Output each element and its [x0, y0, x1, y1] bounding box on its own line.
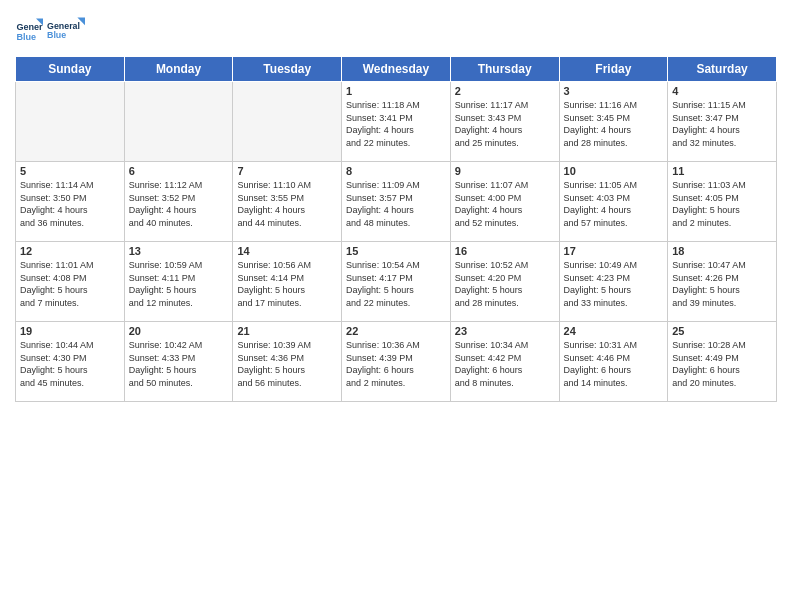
day-number: 1 [346, 85, 446, 97]
calendar-cell: 18Sunrise: 10:47 AM Sunset: 4:26 PM Dayl… [668, 242, 777, 322]
week-row-2: 5Sunrise: 11:14 AM Sunset: 3:50 PM Dayli… [16, 162, 777, 242]
week-row-4: 19Sunrise: 10:44 AM Sunset: 4:30 PM Dayl… [16, 322, 777, 402]
day-number: 3 [564, 85, 664, 97]
day-info: Sunrise: 10:59 AM Sunset: 4:11 PM Daylig… [129, 259, 229, 309]
calendar-cell: 16Sunrise: 10:52 AM Sunset: 4:20 PM Dayl… [450, 242, 559, 322]
day-number: 24 [564, 325, 664, 337]
day-number: 7 [237, 165, 337, 177]
day-number: 6 [129, 165, 229, 177]
calendar-cell: 21Sunrise: 10:39 AM Sunset: 4:36 PM Dayl… [233, 322, 342, 402]
day-number: 17 [564, 245, 664, 257]
day-number: 19 [20, 325, 120, 337]
day-number: 25 [672, 325, 772, 337]
day-info: Sunrise: 11:15 AM Sunset: 3:47 PM Daylig… [672, 99, 772, 149]
day-number: 15 [346, 245, 446, 257]
calendar-cell: 13Sunrise: 10:59 AM Sunset: 4:11 PM Dayl… [124, 242, 233, 322]
calendar-cell [124, 82, 233, 162]
calendar-cell: 6Sunrise: 11:12 AM Sunset: 3:52 PM Dayli… [124, 162, 233, 242]
day-number: 8 [346, 165, 446, 177]
logo-icon: General Blue [15, 15, 43, 43]
calendar-cell: 11Sunrise: 11:03 AM Sunset: 4:05 PM Dayl… [668, 162, 777, 242]
calendar-cell: 5Sunrise: 11:14 AM Sunset: 3:50 PM Dayli… [16, 162, 125, 242]
calendar-cell [16, 82, 125, 162]
svg-text:Blue: Blue [16, 32, 36, 42]
calendar-cell: 10Sunrise: 11:05 AM Sunset: 4:03 PM Dayl… [559, 162, 668, 242]
day-number: 12 [20, 245, 120, 257]
calendar-cell: 14Sunrise: 10:56 AM Sunset: 4:14 PM Dayl… [233, 242, 342, 322]
calendar-cell: 8Sunrise: 11:09 AM Sunset: 3:57 PM Dayli… [342, 162, 451, 242]
day-number: 5 [20, 165, 120, 177]
day-number: 14 [237, 245, 337, 257]
calendar-cell: 3Sunrise: 11:16 AM Sunset: 3:45 PM Dayli… [559, 82, 668, 162]
day-info: Sunrise: 10:54 AM Sunset: 4:17 PM Daylig… [346, 259, 446, 309]
calendar-cell: 24Sunrise: 10:31 AM Sunset: 4:46 PM Dayl… [559, 322, 668, 402]
day-info: Sunrise: 11:01 AM Sunset: 4:08 PM Daylig… [20, 259, 120, 309]
weekday-header-row: SundayMondayTuesdayWednesdayThursdayFrid… [16, 57, 777, 82]
svg-text:General: General [47, 21, 80, 31]
day-number: 18 [672, 245, 772, 257]
calendar-cell: 25Sunrise: 10:28 AM Sunset: 4:49 PM Dayl… [668, 322, 777, 402]
day-info: Sunrise: 11:05 AM Sunset: 4:03 PM Daylig… [564, 179, 664, 229]
day-info: Sunrise: 10:42 AM Sunset: 4:33 PM Daylig… [129, 339, 229, 389]
weekday-header-wednesday: Wednesday [342, 57, 451, 82]
logo: General Blue General Blue [15, 10, 85, 48]
day-info: Sunrise: 10:44 AM Sunset: 4:30 PM Daylig… [20, 339, 120, 389]
week-row-1: 1Sunrise: 11:18 AM Sunset: 3:41 PM Dayli… [16, 82, 777, 162]
calendar-cell: 2Sunrise: 11:17 AM Sunset: 3:43 PM Dayli… [450, 82, 559, 162]
calendar-cell: 22Sunrise: 10:36 AM Sunset: 4:39 PM Dayl… [342, 322, 451, 402]
day-number: 10 [564, 165, 664, 177]
day-number: 9 [455, 165, 555, 177]
day-info: Sunrise: 10:56 AM Sunset: 4:14 PM Daylig… [237, 259, 337, 309]
day-info: Sunrise: 10:49 AM Sunset: 4:23 PM Daylig… [564, 259, 664, 309]
calendar-cell: 4Sunrise: 11:15 AM Sunset: 3:47 PM Dayli… [668, 82, 777, 162]
day-info: Sunrise: 11:17 AM Sunset: 3:43 PM Daylig… [455, 99, 555, 149]
weekday-header-tuesday: Tuesday [233, 57, 342, 82]
day-number: 20 [129, 325, 229, 337]
calendar-cell: 17Sunrise: 10:49 AM Sunset: 4:23 PM Dayl… [559, 242, 668, 322]
day-info: Sunrise: 11:18 AM Sunset: 3:41 PM Daylig… [346, 99, 446, 149]
day-number: 16 [455, 245, 555, 257]
day-info: Sunrise: 11:07 AM Sunset: 4:00 PM Daylig… [455, 179, 555, 229]
weekday-header-thursday: Thursday [450, 57, 559, 82]
week-row-3: 12Sunrise: 11:01 AM Sunset: 4:08 PM Dayl… [16, 242, 777, 322]
calendar-cell [233, 82, 342, 162]
weekday-header-monday: Monday [124, 57, 233, 82]
calendar-cell: 9Sunrise: 11:07 AM Sunset: 4:00 PM Dayli… [450, 162, 559, 242]
day-info: Sunrise: 11:10 AM Sunset: 3:55 PM Daylig… [237, 179, 337, 229]
calendar-cell: 1Sunrise: 11:18 AM Sunset: 3:41 PM Dayli… [342, 82, 451, 162]
day-info: Sunrise: 11:16 AM Sunset: 3:45 PM Daylig… [564, 99, 664, 149]
day-info: Sunrise: 10:34 AM Sunset: 4:42 PM Daylig… [455, 339, 555, 389]
calendar-cell: 23Sunrise: 10:34 AM Sunset: 4:42 PM Dayl… [450, 322, 559, 402]
weekday-header-friday: Friday [559, 57, 668, 82]
calendar-table: SundayMondayTuesdayWednesdayThursdayFrid… [15, 56, 777, 402]
day-info: Sunrise: 10:39 AM Sunset: 4:36 PM Daylig… [237, 339, 337, 389]
day-info: Sunrise: 10:36 AM Sunset: 4:39 PM Daylig… [346, 339, 446, 389]
calendar-cell: 12Sunrise: 11:01 AM Sunset: 4:08 PM Dayl… [16, 242, 125, 322]
day-number: 11 [672, 165, 772, 177]
logo-bird-icon: General Blue [47, 10, 85, 48]
day-number: 2 [455, 85, 555, 97]
weekday-header-saturday: Saturday [668, 57, 777, 82]
day-info: Sunrise: 10:47 AM Sunset: 4:26 PM Daylig… [672, 259, 772, 309]
page-header: General Blue General Blue [15, 10, 777, 48]
day-info: Sunrise: 11:03 AM Sunset: 4:05 PM Daylig… [672, 179, 772, 229]
calendar-cell: 19Sunrise: 10:44 AM Sunset: 4:30 PM Dayl… [16, 322, 125, 402]
day-number: 23 [455, 325, 555, 337]
day-number: 4 [672, 85, 772, 97]
calendar-cell: 20Sunrise: 10:42 AM Sunset: 4:33 PM Dayl… [124, 322, 233, 402]
day-info: Sunrise: 10:28 AM Sunset: 4:49 PM Daylig… [672, 339, 772, 389]
day-number: 21 [237, 325, 337, 337]
weekday-header-sunday: Sunday [16, 57, 125, 82]
day-info: Sunrise: 10:52 AM Sunset: 4:20 PM Daylig… [455, 259, 555, 309]
day-info: Sunrise: 11:09 AM Sunset: 3:57 PM Daylig… [346, 179, 446, 229]
day-info: Sunrise: 11:14 AM Sunset: 3:50 PM Daylig… [20, 179, 120, 229]
calendar-cell: 15Sunrise: 10:54 AM Sunset: 4:17 PM Dayl… [342, 242, 451, 322]
calendar-cell: 7Sunrise: 11:10 AM Sunset: 3:55 PM Dayli… [233, 162, 342, 242]
page-container: General Blue General Blue Sunda [0, 0, 792, 412]
svg-text:Blue: Blue [47, 31, 66, 41]
day-info: Sunrise: 11:12 AM Sunset: 3:52 PM Daylig… [129, 179, 229, 229]
day-info: Sunrise: 10:31 AM Sunset: 4:46 PM Daylig… [564, 339, 664, 389]
day-number: 22 [346, 325, 446, 337]
day-number: 13 [129, 245, 229, 257]
